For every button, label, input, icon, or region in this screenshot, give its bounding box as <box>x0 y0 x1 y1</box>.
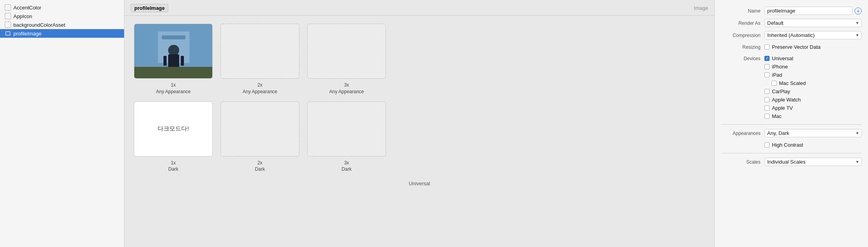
main-content: profileImage Image <box>124 0 714 247</box>
asset-icon-profile <box>5 30 11 37</box>
high-contrast-checkbox[interactable] <box>764 142 770 147</box>
slot-1x-any: 1x Any Appearance <box>134 24 213 95</box>
svg-rect-5 <box>134 67 212 79</box>
slot-label-1x-any: 1x Any Appearance <box>156 82 191 95</box>
asset-icon-bg <box>5 22 11 28</box>
appearances-select[interactable]: Any, Dark <box>764 129 862 137</box>
scales-select[interactable]: Individual Scales <box>764 158 862 166</box>
slot-box-1x-dark[interactable]: 다크모드다! <box>134 101 213 157</box>
device-ipad-checkbox[interactable] <box>764 72 770 77</box>
sidebar-item-app-icon[interactable]: AppIcon <box>0 12 124 20</box>
devices-checkboxes: Universal iPhone iPad Mac Scaled CarPlay <box>764 55 806 120</box>
sidebar-item-profile-image[interactable]: profileImage <box>0 29 124 38</box>
slot-box-3x-dark[interactable] <box>307 101 386 157</box>
render-as-row: Render As Default ▼ <box>715 17 868 29</box>
device-ipad-item: iPad <box>764 71 806 79</box>
name-add-button[interactable]: + <box>855 7 862 15</box>
render-as-label: Render As <box>721 20 764 26</box>
universal-footer-label: Universal <box>134 181 705 186</box>
slots-row-dark: 다크모드다! 1x Dark 2x Dark 3x <box>134 101 705 173</box>
svg-point-3 <box>168 45 179 56</box>
sidebar-item-accent-color[interactable]: AccentColor <box>0 3 124 12</box>
compression-select-wrapper: Inherited (Automatic) ▼ <box>764 31 862 39</box>
compression-row: Compression Inherited (Automatic) ▼ <box>715 29 868 41</box>
device-apple-watch-label: Apple Watch <box>772 97 801 103</box>
device-apple-tv-checkbox[interactable] <box>764 105 770 111</box>
device-apple-watch-item: Apple Watch <box>764 96 806 103</box>
device-apple-tv-label: Apple TV <box>772 105 793 111</box>
scales-label: Scales <box>721 159 764 165</box>
device-universal-label: Universal <box>772 55 793 61</box>
svg-rect-6 <box>163 56 167 66</box>
preserve-vector-item: Preserve Vector Data <box>764 43 821 51</box>
scales-row: Scales Individual Scales ▼ <box>715 156 868 168</box>
name-input-group: + <box>764 7 862 15</box>
device-universal-item: Universal <box>764 55 806 62</box>
devices-row: Devices Universal iPhone iPad Mac Scaled <box>715 53 868 122</box>
asset-icon-appicon <box>5 13 11 19</box>
device-mac-checkbox[interactable] <box>764 114 770 119</box>
profile-photo-svg <box>134 24 212 79</box>
high-contrast-row: High Contrast <box>715 139 868 151</box>
sidebar-item-background-color[interactable]: backgroundColorAsset <box>0 20 124 29</box>
high-contrast-label: High Contrast <box>772 142 803 148</box>
resizing-label: Resizing <box>721 44 764 50</box>
slot-2x-dark: 2x Dark <box>221 101 299 173</box>
device-apple-tv-item: Apple TV <box>764 104 806 112</box>
device-apple-watch-checkbox[interactable] <box>764 97 770 102</box>
device-mac-label: Mac <box>772 113 782 119</box>
divider-2 <box>721 153 862 153</box>
svg-rect-2 <box>162 35 185 39</box>
slot-3x-any: 3x Any Appearance <box>307 24 386 95</box>
slot-label-3x-any: 3x Any Appearance <box>329 82 364 95</box>
slot-label-1x-dark: 1x Dark <box>168 160 178 173</box>
slot-box-2x-dark[interactable] <box>221 101 299 157</box>
slots-area: 1x Any Appearance 2x Any Appearance 3x A… <box>124 16 714 247</box>
resizing-row: Resizing Preserve Vector Data <box>715 41 868 53</box>
preserve-vector-checkbox[interactable] <box>764 44 770 50</box>
slot-label-2x-any: 2x Any Appearance <box>243 82 277 95</box>
device-iphone-checkbox[interactable] <box>764 64 770 69</box>
sidebar-label-appicon: AppIcon <box>13 13 32 19</box>
preserve-vector-label: Preserve Vector Data <box>772 44 821 50</box>
slot-label-3x-dark: 3x Dark <box>341 160 351 173</box>
slot-label-2x-dark: 2x Dark <box>255 160 265 173</box>
appearances-select-wrapper: Any, Dark ▼ <box>764 129 862 137</box>
slot-2x-any: 2x Any Appearance <box>221 24 299 95</box>
sidebar: AccentColor AppIcon backgroundColorAsset… <box>0 0 124 247</box>
slots-row-any: 1x Any Appearance 2x Any Appearance 3x A… <box>134 24 705 95</box>
device-iphone-item: iPhone <box>764 63 806 70</box>
render-as-select-wrapper: Default ▼ <box>764 19 862 27</box>
device-ipad-label: iPad <box>772 72 782 78</box>
device-carplay-label: CarPlay <box>772 88 790 94</box>
device-mac-scaled-item: Mac Scaled <box>764 79 806 87</box>
device-universal-checkbox[interactable] <box>764 56 770 61</box>
compression-label: Compression <box>721 33 764 38</box>
slot-box-2x-any[interactable] <box>221 24 299 79</box>
name-row: Name + <box>715 5 868 17</box>
device-carplay-checkbox[interactable] <box>764 89 770 94</box>
asset-icon-accent <box>5 4 11 11</box>
scales-select-wrapper: Individual Scales ▼ <box>764 158 862 166</box>
divider-1 <box>721 124 862 125</box>
name-label: Name <box>721 8 764 14</box>
slot-box-3x-any[interactable] <box>307 24 386 79</box>
compression-select[interactable]: Inherited (Automatic) <box>764 31 862 39</box>
slot-box-1x-any[interactable] <box>134 24 213 79</box>
device-mac-item: Mac <box>764 112 806 120</box>
asset-header: profileImage Image <box>124 0 714 16</box>
asset-title: profileImage <box>131 4 168 12</box>
sidebar-label-bg: backgroundColorAsset <box>13 22 65 28</box>
appearances-row: Appearances Any, Dark ▼ <box>715 127 868 139</box>
asset-type-label: Image <box>694 5 708 11</box>
high-contrast-item: High Contrast <box>764 141 803 149</box>
inspector-panel: Name + Render As Default ▼ Compression I… <box>714 0 868 247</box>
name-input[interactable] <box>764 7 852 15</box>
devices-label: Devices <box>721 55 764 61</box>
dark-text-preview: 다크모드다! <box>158 125 189 133</box>
device-mac-scaled-checkbox[interactable] <box>772 81 777 86</box>
slot-3x-dark: 3x Dark <box>307 101 386 173</box>
render-as-select[interactable]: Default <box>764 19 862 27</box>
device-mac-scaled-label: Mac Scaled <box>779 80 806 86</box>
slot-1x-dark: 다크모드다! 1x Dark <box>134 101 213 173</box>
